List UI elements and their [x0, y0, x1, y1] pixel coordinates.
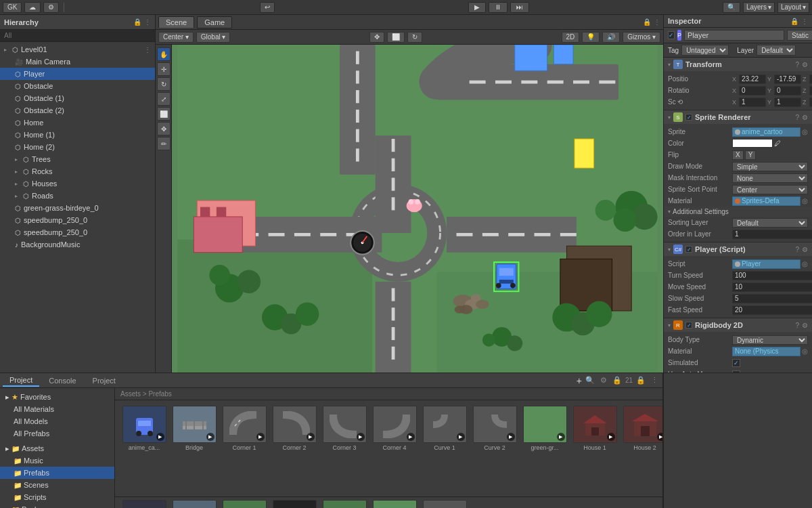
pos-x[interactable] [739, 75, 766, 84]
maskinteraction-dropdown[interactable]: None [732, 173, 808, 183]
favorites-folder[interactable]: ▸ ★ Favorites [0, 391, 114, 403]
hier-item-camera[interactable]: 🎥 Main Camera [0, 56, 155, 68]
hand-tool[interactable]: ✋ [157, 47, 171, 61]
color-picker-btn[interactable]: 🖊 [774, 140, 781, 147]
hier-item-rocks[interactable]: ▸ ⬡ Rocks [0, 165, 155, 177]
tag-dropdown[interactable]: Untagged [681, 45, 729, 56]
asset-speedometer[interactable]: ▶ speedom... [271, 500, 318, 508]
all-prefabs[interactable]: All Prefabs [0, 427, 114, 440]
asset-speedbump[interactable]: ▶ speedbump [321, 500, 368, 508]
asset-play-btn[interactable]: ▶ [256, 433, 265, 441]
move-speed-input[interactable] [732, 282, 812, 292]
rotate-tool[interactable]: ↻ [407, 32, 422, 43]
asset-house2[interactable]: ▶ House 2 [621, 406, 662, 491]
tab-scene[interactable]: Scene [158, 16, 194, 28]
asset-play-btn[interactable]: ▶ [307, 433, 315, 441]
asset-bridge[interactable]: ▶ Bridge [171, 406, 218, 491]
lock-btn2[interactable]: 🔒 [612, 375, 623, 386]
hierarchy-menu-icon[interactable]: ⋮ [144, 18, 151, 26]
asset-play-btn[interactable]: ▶ [557, 433, 565, 441]
asset-curve1[interactable]: ▶ Curve 1 [421, 406, 468, 491]
hier-item-bgmusic[interactable]: ♪ BackgroundMusic [0, 238, 155, 251]
panel-lock[interactable]: 🔒 [635, 375, 646, 386]
panel-menu[interactable]: ⋮ [649, 375, 660, 386]
scene-menu[interactable]: ⋮ [654, 18, 660, 26]
sr-enabled[interactable]: ✓ [685, 114, 692, 121]
pause-btn[interactable]: ⏸ [489, 2, 508, 13]
settings-btn2[interactable]: ⚙ [598, 375, 609, 386]
scale-tool[interactable]: ⤢ [157, 92, 171, 106]
sprite-ref[interactable]: anime_cartoo [732, 127, 800, 137]
hier-item-roads[interactable]: ▸ ⬡ Roads [0, 190, 155, 202]
ps-enabled[interactable]: ✓ [685, 246, 692, 253]
scripts-folder[interactable]: 📁 Scripts [0, 491, 114, 503]
asset-play-btn[interactable]: ▶ [206, 433, 215, 441]
auto-mass-checkbox[interactable] [732, 371, 740, 373]
drawmode-dropdown[interactable]: Simple [732, 162, 808, 171]
hier-item-home[interactable]: ⬡ Home [0, 117, 155, 129]
settings-btn[interactable]: ⚙ [43, 2, 59, 13]
tab-game[interactable]: Game [197, 16, 232, 28]
sr-settings[interactable]: ⚙ [802, 114, 808, 121]
hier-item-obstacle2[interactable]: ⬡ Obstacle (2) [0, 104, 155, 117]
material-ref[interactable]: Sprites-Defa [732, 196, 800, 206]
hier-item-speedbump1[interactable]: ⬡ speedbump_250_0 [0, 226, 155, 238]
hier-item-speedbump0[interactable]: ⬡ speedbump_250_0 [0, 214, 155, 226]
tab-console[interactable]: Console [42, 375, 83, 386]
play-btn[interactable]: ▶ [468, 2, 486, 13]
additional-settings-header[interactable]: ▾ Additional Settings [664, 207, 812, 217]
pos-z[interactable] [809, 75, 812, 84]
script-select-btn[interactable]: ◎ [802, 260, 808, 268]
obj-name-input[interactable] [684, 30, 784, 41]
asset-play-btn[interactable]: ▶ [156, 433, 164, 441]
assets-folder[interactable]: ▸ 📁 Assets [0, 442, 114, 454]
fast-speed-input[interactable] [732, 305, 812, 315]
scale-y[interactable] [774, 98, 801, 107]
account-btn[interactable]: GK [3, 2, 22, 13]
rb-material-ref[interactable]: None (Physics [732, 347, 800, 356]
inspector-menu[interactable]: ⋮ [801, 18, 808, 25]
asset-grass[interactable]: ▶ green-gr... [521, 406, 568, 491]
search-btn[interactable]: 🔍 [723, 2, 740, 13]
hier-item-home2[interactable]: ⬡ Home (2) [0, 141, 155, 153]
asset-corner4[interactable]: ▶ Corner 4 [371, 406, 418, 491]
slow-speed-input[interactable] [732, 294, 812, 303]
undo-btn[interactable]: ↩ [260, 2, 275, 13]
asset-house1[interactable]: ▶ House 1 [571, 406, 618, 491]
sprite-select-btn[interactable]: ◎ [802, 128, 808, 135]
global-btn[interactable]: Global ▾ [196, 32, 231, 43]
custom-tool[interactable]: ✏ [157, 137, 171, 150]
scene-lock[interactable]: 🔒 [643, 18, 651, 26]
scale-z[interactable] [809, 98, 812, 107]
search-btn[interactable]: 🔍 [585, 375, 595, 386]
static-dropdown[interactable]: Static [787, 30, 812, 41]
music-folder[interactable]: 📁 Music [0, 454, 114, 467]
rotate-tool2[interactable]: ↻ [157, 77, 171, 91]
rb-help[interactable]: ? [795, 322, 799, 329]
tab-project2[interactable]: Project [86, 375, 122, 386]
hier-item-obstacle1[interactable]: ⬡ Obstacle (1) [0, 92, 155, 104]
asset-play-btn[interactable]: ▶ [457, 433, 465, 441]
rot-x[interactable] [739, 86, 766, 96]
transform-help[interactable]: ? [795, 61, 799, 68]
ps-help[interactable]: ? [795, 246, 799, 253]
scenes-folder[interactable]: 📁 Scenes [0, 479, 114, 491]
hier-item-obstacle[interactable]: ⬡ Obstacle [0, 80, 155, 92]
asset-corner2[interactable]: ▶ Corner 2 [271, 406, 318, 491]
order-layer-input[interactable] [732, 230, 812, 239]
sortpoint-dropdown[interactable]: Center [732, 185, 808, 194]
asset-bridge2[interactable]: ▶ Bridge2 [171, 500, 218, 508]
hier-item-level01[interactable]: ▸ ⬡ Level01 ⋮ [0, 43, 155, 56]
scene-canvas[interactable] [172, 45, 663, 373]
asset-grass2[interactable]: ▶ green-gr... [371, 500, 418, 508]
flip-y-btn[interactable]: Y [745, 150, 757, 160]
prefabs-folder[interactable]: 📁 Prefabs [0, 467, 114, 479]
move-tool[interactable]: ✥ [369, 32, 384, 43]
layout-dropdown[interactable]: Layout ▾ [777, 2, 809, 13]
asset-play-btn[interactable]: ▶ [657, 433, 663, 441]
hier-item-trees[interactable]: ▸ ⬡ Trees [0, 153, 155, 165]
asset-curve2[interactable]: ▶ Curve 2 [471, 406, 518, 491]
asset-cat[interactable]: ▶ anime_ca... [120, 500, 168, 508]
ps-settings[interactable]: ⚙ [802, 246, 808, 253]
packages-folder[interactable]: ▸ 📁 Packages [0, 503, 114, 508]
